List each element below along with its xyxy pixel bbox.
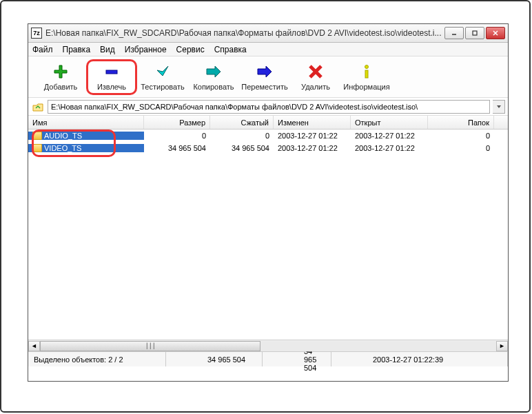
row-modified: 2003-12-27 01:22 bbox=[274, 144, 351, 152]
svg-rect-1 bbox=[473, 31, 477, 35]
menu-help[interactable]: Справка bbox=[214, 45, 247, 54]
status-date: 2003-12-27 01:22:39 bbox=[331, 352, 508, 366]
header-size[interactable]: Размер bbox=[144, 116, 210, 129]
row-size: 0 bbox=[144, 132, 210, 140]
row-folders: 0 bbox=[428, 132, 494, 140]
row-packed: 34 965 504 bbox=[210, 144, 274, 152]
header-packed[interactable]: Сжатый bbox=[210, 116, 274, 129]
extract-label: Извлечь bbox=[97, 83, 126, 91]
list-item[interactable]: AUDIO_TS 0 0 2003-12-27 01:22 2003-12-27… bbox=[28, 130, 508, 142]
move-label: Переместить bbox=[241, 83, 287, 91]
minus-icon bbox=[103, 63, 120, 80]
folder-icon bbox=[32, 132, 42, 140]
menu-favorites[interactable]: Избранное bbox=[125, 45, 167, 54]
statusbar: Выделено объектов: 2 / 2 34 965 504 34 9… bbox=[28, 351, 508, 366]
row-packed: 0 bbox=[210, 132, 274, 140]
row-opened: 2003-12-27 01:22 bbox=[351, 144, 428, 152]
menu-file[interactable]: Файл bbox=[32, 45, 53, 54]
test-button[interactable]: Тестировать bbox=[137, 59, 188, 95]
info-button[interactable]: Информация bbox=[341, 59, 392, 95]
add-label: Добавить bbox=[44, 83, 78, 91]
maximize-button[interactable] bbox=[465, 27, 484, 39]
window-title: E:\Новая папка\FIX_RW_SDCARD\Рабочая пап… bbox=[45, 28, 444, 38]
menu-view[interactable]: Вид bbox=[100, 45, 115, 54]
extract-button[interactable]: Извлечь bbox=[86, 59, 137, 95]
close-button[interactable] bbox=[486, 27, 505, 39]
menubar: Файл Правка Вид Избранное Сервис Справка bbox=[28, 43, 508, 56]
header-opened[interactable]: Открыт bbox=[351, 116, 428, 129]
info-label: Информация bbox=[343, 83, 389, 91]
svg-rect-6 bbox=[365, 70, 368, 78]
svg-rect-4 bbox=[106, 70, 117, 74]
info-icon bbox=[358, 63, 375, 80]
scroll-thumb[interactable]: ┃┃┃ bbox=[40, 341, 260, 351]
status-packed: 34 965 504 bbox=[263, 352, 331, 366]
titlebar[interactable]: 7z E:\Новая папка\FIX_RW_SDCARD\Рабочая … bbox=[28, 24, 508, 43]
delete-x-icon bbox=[307, 63, 324, 80]
menu-edit[interactable]: Правка bbox=[63, 45, 91, 54]
svg-point-5 bbox=[365, 65, 369, 68]
copy-label: Копировать bbox=[193, 83, 234, 91]
add-button[interactable]: Добавить bbox=[35, 59, 86, 95]
app-window: 7z E:\Новая папка\FIX_RW_SDCARD\Рабочая … bbox=[28, 23, 509, 382]
file-list[interactable]: AUDIO_TS 0 0 2003-12-27 01:22 2003-12-27… bbox=[28, 130, 508, 351]
horizontal-scrollbar[interactable]: ◄ ┃┃┃ ► bbox=[28, 340, 508, 351]
scroll-track[interactable]: ┃┃┃ bbox=[40, 341, 496, 351]
delete-button[interactable]: Удалить bbox=[290, 59, 341, 95]
delete-label: Удалить bbox=[301, 83, 330, 91]
header-modified[interactable]: Изменен bbox=[274, 116, 351, 129]
scroll-right-icon[interactable]: ► bbox=[496, 341, 508, 351]
check-icon bbox=[154, 63, 171, 80]
row-size: 34 965 504 bbox=[144, 144, 210, 152]
row-name: VIDEO_TS bbox=[44, 144, 81, 152]
toolbar: Добавить Извлечь Тестировать Копировать … bbox=[28, 56, 508, 98]
scroll-left-icon[interactable]: ◄ bbox=[28, 341, 40, 351]
header-name[interactable]: Имя bbox=[28, 116, 144, 129]
move-arrow-icon bbox=[256, 63, 273, 80]
folder-icon bbox=[32, 144, 42, 152]
address-dropdown[interactable] bbox=[493, 100, 505, 114]
row-name: AUDIO_TS bbox=[44, 132, 82, 140]
app-icon: 7z bbox=[31, 28, 42, 39]
addressbar bbox=[28, 98, 508, 116]
menu-tools[interactable]: Сервис bbox=[176, 45, 205, 54]
row-modified: 2003-12-27 01:22 bbox=[274, 132, 351, 140]
row-opened: 2003-12-27 01:22 bbox=[351, 132, 428, 140]
column-headers: Имя Размер Сжатый Изменен Открыт Папок bbox=[28, 116, 508, 130]
list-item[interactable]: VIDEO_TS 34 965 504 34 965 504 2003-12-2… bbox=[28, 142, 508, 154]
copy-button[interactable]: Копировать bbox=[188, 59, 239, 95]
row-folders: 0 bbox=[428, 144, 494, 152]
address-input[interactable] bbox=[48, 100, 490, 114]
move-button[interactable]: Переместить bbox=[239, 59, 290, 95]
test-label: Тестировать bbox=[141, 83, 185, 91]
status-size: 34 965 504 bbox=[166, 352, 263, 366]
up-folder-icon[interactable] bbox=[31, 100, 45, 114]
header-folders[interactable]: Папок bbox=[428, 116, 494, 129]
plus-icon bbox=[52, 63, 69, 80]
status-selected: Выделено объектов: 2 / 2 bbox=[28, 352, 166, 366]
minimize-button[interactable] bbox=[444, 27, 464, 39]
copy-arrow-icon bbox=[205, 63, 222, 80]
